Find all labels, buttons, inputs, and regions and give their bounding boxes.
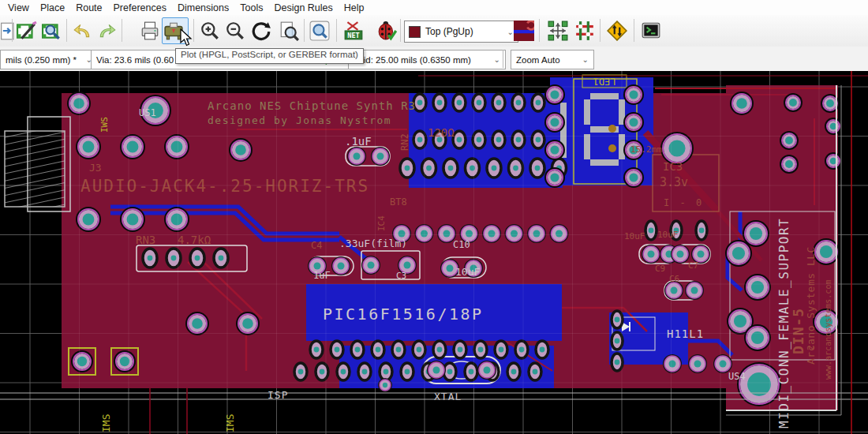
label-ic3_io: I - 0 xyxy=(664,197,704,208)
label-website: www.arcanosystems.com xyxy=(824,280,832,380)
track-width-select[interactable]: mils (0.250 mm) *⌄ xyxy=(0,50,98,69)
label-title2: designed by Jonas Nystrom xyxy=(208,114,391,126)
label-rn3_val: 4.7kΩ xyxy=(178,234,211,246)
label-ic3_val: 3.3v xyxy=(660,175,688,189)
board-edit-icon[interactable] xyxy=(16,20,38,42)
label-pic: PIC16F1516/18P xyxy=(323,305,484,324)
label-bt8: BT8 xyxy=(390,196,407,208)
label-frag1: IMS xyxy=(100,414,112,432)
segment-dot xyxy=(608,144,616,152)
label-j3: J3 xyxy=(89,162,102,174)
label-c3: C3 xyxy=(396,271,406,281)
zoom-out-icon[interactable] xyxy=(224,20,246,42)
print-icon[interactable] xyxy=(139,20,161,42)
layer-select[interactable]: Top (PgUp) ⌄ xyxy=(404,21,518,43)
menu-tools[interactable]: Tools xyxy=(234,2,268,14)
label-title1: Arcano NES Chiptune Synth R3 xyxy=(208,99,416,112)
drc-check-icon[interactable] xyxy=(376,20,398,42)
layer-select-value: Top (PgUp) xyxy=(425,26,473,37)
label-c_point1uf: .1uF xyxy=(345,135,372,148)
chevron-down-icon: ⌄ xyxy=(489,55,500,64)
label-c10: C10 xyxy=(453,239,470,250)
label-c7: C7 xyxy=(688,260,698,271)
segment-dot xyxy=(608,125,616,133)
web-link-icon[interactable] xyxy=(606,20,628,42)
audio-jack-hatch xyxy=(5,131,65,207)
pcb-drawing: Arcano NES Chiptune Synth R3designed by … xyxy=(0,71,868,434)
menu-dimensions[interactable]: Dimensions xyxy=(172,2,234,14)
label-xtal: XTAL xyxy=(434,391,462,402)
pcb-canvas[interactable]: Arcano NES Chiptune Synth R3designed by … xyxy=(0,71,868,434)
redraw-icon[interactable] xyxy=(250,20,272,42)
label-c_1uf: 1uF xyxy=(313,270,331,281)
menu-place[interactable]: Place xyxy=(35,2,70,14)
secondary-toolbar: mils (0.250 mm) *⌄ Via: 23.6 mils (0.60⌄… xyxy=(0,47,868,72)
main-toolbar: NET Top (PgUp) ⌄ xyxy=(0,15,868,47)
zoom-in-icon[interactable] xyxy=(199,20,221,42)
chevron-down-icon: ⌄ xyxy=(578,55,589,64)
clipped-left-icon[interactable] xyxy=(0,20,16,42)
read-netlist-icon[interactable]: NET xyxy=(342,20,365,42)
board-search-icon[interactable] xyxy=(41,20,63,42)
label-c9: C9 xyxy=(655,264,665,274)
plot-tooltip: Plot (HPGL, PostScript, or GERBER format… xyxy=(175,48,364,64)
label-company: Arcano Systems LLC xyxy=(805,246,817,365)
redo-icon[interactable] xyxy=(96,20,118,42)
zoom-select[interactable]: Zoom Auto⌄ xyxy=(511,50,594,69)
find-icon[interactable] xyxy=(309,20,331,42)
undo-icon[interactable] xyxy=(71,20,93,42)
label-c4: C4 xyxy=(311,240,322,251)
label-cap_r1: 10uF xyxy=(624,231,645,241)
menu-bar: ViewPlaceRoutePreferencesDimensionsTools… xyxy=(0,0,868,16)
layer-color-swatch xyxy=(409,26,421,38)
script-console-icon[interactable] xyxy=(640,20,662,42)
footprint-mode-icon[interactable] xyxy=(547,20,569,42)
menu-help[interactable]: Help xyxy=(339,2,370,14)
track-mode-icon[interactable] xyxy=(574,20,596,42)
menu-design-rules[interactable]: Design Rules xyxy=(268,2,338,14)
label-us1: US1 xyxy=(139,107,156,118)
label-frag3: IWS xyxy=(99,117,110,133)
pcbnew-window: ViewPlaceRoutePreferencesDimensionsTools… xyxy=(0,0,868,434)
label-ic4: IC4 xyxy=(376,215,387,231)
zoom-fit-icon[interactable] xyxy=(278,20,300,42)
label-din5: DIN-5 xyxy=(790,308,806,354)
plot-icon[interactable] xyxy=(162,17,189,44)
label-rn2_val: 120Ω xyxy=(428,126,455,139)
label-led1: LED1 xyxy=(593,76,616,87)
label-c6: C6 xyxy=(669,274,679,284)
menu-preferences[interactable]: Preferences xyxy=(108,2,172,14)
label-ic3: IC3 xyxy=(663,160,683,173)
menu-route[interactable]: Route xyxy=(70,2,107,14)
label-rn3: RN3 xyxy=(136,234,155,246)
microvia-icon[interactable] xyxy=(513,20,535,42)
label-c4_val: .33uF(film) xyxy=(339,238,407,249)
menu-view[interactable]: View xyxy=(2,2,35,14)
grid-select[interactable]: Grid: 25.00 mils (0.6350 mm)⌄ xyxy=(348,50,506,69)
svg-text:NET: NET xyxy=(347,32,360,39)
label-dim: 15.2mm xyxy=(630,144,662,155)
label-us4: US4 xyxy=(728,371,746,382)
label-c10_val: 10uF xyxy=(455,266,480,278)
label-frag2: IMS xyxy=(224,414,236,432)
